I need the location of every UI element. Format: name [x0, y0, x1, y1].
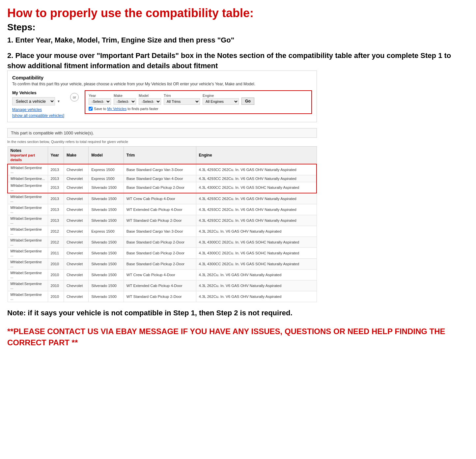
make-cell: Chevrolet [64, 269, 88, 280]
trim-select[interactable]: All Trims [164, 98, 200, 105]
table-row: Mfrlabel:Serpentine... 2013 Chevrolet Ex… [8, 175, 317, 182]
model-field: Model -Select- [139, 94, 161, 105]
make-cell: Chevrolet [64, 237, 88, 247]
note-cell: Mfrlabel:Serpentine ... [11, 282, 42, 290]
year-cell: 2013 [48, 215, 64, 226]
year-cell: 2010 [48, 258, 64, 269]
trim-cell: WT Standard Cab Pickup 2-Door [124, 291, 196, 302]
my-vehicles-text-link[interactable]: My Vehicles [107, 107, 126, 111]
make-cell: Chevrolet [64, 258, 88, 269]
table-row: Mfrlabel:Serpentine ...2013 Chevrolet Si… [8, 215, 317, 226]
trim-cell: WT Crew Cab Pickup 4-Door [124, 193, 196, 204]
step2-text: 2. Place your mouse over "Important Part… [7, 51, 469, 71]
table-row: Mfrlabel:Serpentine ...2011 Chevrolet Si… [8, 247, 317, 258]
table-row: Mfrlabel:Serpentine ...2012 Chevrolet Ex… [8, 226, 317, 237]
model-label: Model [139, 94, 161, 98]
note-cell: Mfrlabel:Serpentine ... [11, 216, 42, 224]
make-cell: Chevrolet [64, 164, 88, 175]
model-cell: Express 1500 [89, 175, 124, 182]
year-cell: 2013 [48, 193, 64, 204]
model-cell: Silverado 1500 [89, 247, 124, 258]
compat-table: NotesImportant part details Year Make Mo… [7, 146, 317, 302]
trim-cell: Base Standard Cargo Van 3-Door [124, 226, 196, 237]
table-row: Mfrlabel:Serpentine ... 2013 Chevrolet S… [8, 182, 317, 193]
my-vehicles-label: My Vehicles [12, 90, 64, 95]
compat-inner: My Vehicles Select a vehicle ▼ Manage ve… [12, 90, 312, 118]
model-cell: Silverado 1500 [89, 215, 124, 226]
table-row: Mfrlabel:Serpentine ... 2013 Chevrolet E… [8, 164, 317, 175]
steps-heading: Steps: [7, 22, 469, 33]
engine-cell: 4.3L 4300CC 262Cu. In. V6 GAS SOHC Natur… [196, 237, 317, 247]
trim-cell: Base Standard Cargo Van 4-Door [124, 175, 196, 182]
make-select[interactable]: -Select- [114, 98, 136, 105]
engine-cell: 4.3L 4300CC 262Cu. In. V6 GAS SOHC Natur… [196, 182, 317, 193]
engine-cell: 4.3L 262Cu. In. V6 GAS OHV Naturally Asp… [196, 269, 317, 280]
trim-cell: Base Standard Cab Pickup 2-Door [124, 237, 196, 247]
col-engine: Engine [196, 146, 317, 164]
go-button[interactable]: Go [241, 98, 254, 105]
compat-title: Compatibility [12, 75, 312, 80]
model-cell: Silverado 1500 [89, 280, 124, 291]
trim-cell: Base Standard Cab Pickup 2-Door [124, 182, 196, 193]
year-cell: 2013 [48, 182, 64, 193]
engine-cell: 4.3L 262Cu. In. V6 GAS OHV Naturally Asp… [196, 291, 317, 302]
table-header-row: NotesImportant part details Year Make Mo… [8, 146, 317, 164]
col-notes: NotesImportant part details [8, 146, 48, 164]
dropdown-arrow-icon: ▼ [57, 100, 60, 103]
note-cell: Mfrlabel:Serpentine ... [11, 195, 42, 203]
year-cell: 2012 [48, 237, 64, 247]
year-select[interactable]: -Select- [89, 98, 111, 105]
year-cell: 2010 [48, 269, 64, 280]
note-cell: Mfrlabel:Serpentine ... [11, 184, 42, 191]
main-title: How to properly use the compatibility ta… [7, 6, 469, 20]
model-cell: Silverado 1500 [89, 182, 124, 193]
important-part-details-link[interactable]: Important part details [11, 153, 35, 162]
or-circle: or [70, 93, 79, 101]
engine-cell: 4.3L 4293CC 262Cu. In. V6 GAS OHV Natura… [196, 204, 317, 215]
model-cell: Silverado 1500 [89, 291, 124, 302]
engine-label: Engine [203, 94, 239, 98]
trim-cell: Base Standard Cab Pickup 2-Door [124, 258, 196, 269]
col-year: Year [48, 146, 64, 164]
model-cell: Silverado 1500 [89, 258, 124, 269]
trim-cell: WT Standard Cab Pickup 2-Door [124, 215, 196, 226]
year-cell: 2012 [48, 226, 64, 237]
engine-cell: 4.3L 4300CC 262Cu. In. V6 GAS SOHC Natur… [196, 258, 317, 269]
make-field: Make -Select- [114, 94, 136, 105]
engine-cell: 4.3L 4293CC 262Cu. In. V6 GAS OHV Natura… [196, 164, 317, 175]
year-cell: 2010 [48, 280, 64, 291]
save-row: Save to My Vehicles to finds parts faste… [89, 107, 308, 111]
show-all-link[interactable]: [show all compatible vehicles] [12, 113, 64, 118]
select-vehicle-dropdown[interactable]: Select a vehicle [12, 97, 55, 105]
year-cell: 2013 [48, 204, 64, 215]
ymm-row: Year -Select- Make -Select- Model -Selec… [89, 94, 308, 105]
col-model: Model [89, 146, 124, 164]
save-text: Save to My Vehicles to finds parts faste… [94, 107, 158, 111]
table-row: Mfrlabel:Serpentine ...2010 Chevrolet Si… [8, 291, 317, 302]
note-cell: Mfrlabel:Serpentine ... [11, 166, 42, 174]
engine-select[interactable]: All Engines [203, 98, 239, 105]
year-field: Year -Select- [89, 94, 111, 105]
table-row: Mfrlabel:Serpentine ...2012 Chevrolet Si… [8, 237, 317, 247]
note-cell: Mfrlabel:Serpentine... [11, 177, 45, 181]
model-cell: Silverado 1500 [89, 237, 124, 247]
trim-field: Trim All Trims [164, 94, 200, 105]
ymm-section: Year -Select- Make -Select- Model -Selec… [85, 90, 312, 114]
engine-cell: 4.3L 4293CC 262Cu. In. V6 GAS OHV Natura… [196, 215, 317, 226]
my-vehicles-section: My Vehicles Select a vehicle ▼ Manage ve… [12, 90, 64, 118]
year-cell: 2013 [48, 175, 64, 182]
note-cell: Mfrlabel:Serpentine ... [11, 206, 42, 214]
compat-subtitle: To confirm that this part fits your vehi… [12, 82, 312, 86]
select-vehicle-row: Select a vehicle ▼ [12, 97, 64, 105]
model-select[interactable]: -Select- [139, 98, 161, 105]
manage-vehicles-link[interactable]: Manage vehicles [12, 107, 64, 112]
contact-section: **PLEASE CONTACT US VIA EBAY MESSAGE IF … [7, 326, 469, 348]
make-cell: Chevrolet [64, 204, 88, 215]
note-cell: Mfrlabel:Serpentine ... [11, 238, 42, 246]
trim-cell: Base Standard Cab Pickup 2-Door [124, 247, 196, 258]
note-cell: Mfrlabel:Serpentine ... [11, 227, 42, 235]
table-row: Mfrlabel:Serpentine ...2013 Chevrolet Si… [8, 193, 317, 204]
col-make: Make [64, 146, 88, 164]
engine-cell: 4.3L 4300CC 262Cu. In. V6 GAS SOHC Natur… [196, 247, 317, 258]
save-checkbox[interactable] [89, 107, 93, 111]
